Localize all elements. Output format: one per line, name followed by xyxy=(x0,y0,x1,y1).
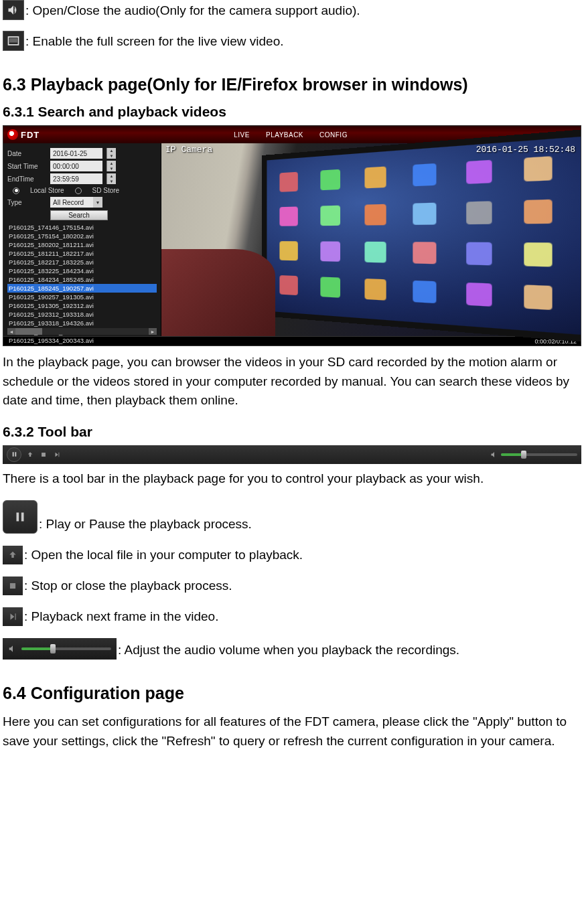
section-6-3-title: 6.3 Playback page(Only for IE/Firefox br… xyxy=(3,75,581,94)
stop-button[interactable] xyxy=(39,450,48,459)
date-spinner[interactable]: ▲▼ xyxy=(106,148,116,159)
end-time-input[interactable]: 23:59:59 xyxy=(50,173,102,184)
audio-icon xyxy=(3,0,24,20)
horizontal-scrollbar[interactable]: ◄ ► xyxy=(7,328,157,335)
file-item[interactable]: P160125_193318_194326.avi xyxy=(7,319,157,327)
section-6-4-body: Here you can set configurations for all … xyxy=(3,712,581,751)
type-value: All Record xyxy=(53,199,84,206)
file-item[interactable]: P160125_184234_185245.avi xyxy=(7,275,157,284)
next-frame-button[interactable] xyxy=(52,450,62,459)
volume-slider[interactable] xyxy=(490,449,577,460)
section-6-3-1-body: In the playback page, you can browser th… xyxy=(3,353,581,410)
file-item[interactable]: P160125_195334_200343.avi xyxy=(7,336,157,345)
file-item[interactable]: P160125_181211_182217.avi xyxy=(7,249,157,258)
toolbar-screenshot xyxy=(3,445,581,464)
end-time-label: EndTime xyxy=(7,175,46,183)
file-item[interactable]: P160125_175154_180202.avi xyxy=(7,232,157,240)
svg-rect-3 xyxy=(10,583,15,589)
file-item[interactable]: P160125_182217_183225.avi xyxy=(7,258,157,266)
date-input[interactable]: 2016-01-25 xyxy=(50,148,102,159)
section-6-4-title: 6.4 Configuration page xyxy=(3,684,581,703)
scroll-left-icon[interactable]: ◄ xyxy=(7,328,15,335)
start-time-label: Start Time xyxy=(7,163,46,170)
scroll-thumb[interactable] xyxy=(15,328,42,335)
fullscreen-icon xyxy=(3,31,24,51)
type-dropdown[interactable]: All Record ▼ xyxy=(50,197,102,208)
file-item[interactable]: P160125_185245_190257.avi xyxy=(7,284,157,293)
section-6-3-2-title: 6.3.2 Tool bar xyxy=(3,424,581,440)
stop-description: : Stop or close the playback process. xyxy=(24,577,232,595)
file-item[interactable]: P160125_191305_192312.avi xyxy=(7,301,157,310)
next-frame-description: : Playback next frame in the video. xyxy=(24,608,218,626)
file-item[interactable]: P160125_183225_184234.avi xyxy=(7,266,157,275)
search-sidebar: Date 2016-01-25 ▲▼ Start Time 00:00:00 ▲… xyxy=(3,143,161,336)
file-item[interactable]: P160125_192312_193318.avi xyxy=(7,310,157,319)
local-store-radio[interactable] xyxy=(13,187,19,194)
play-pause-icon xyxy=(3,500,38,534)
brand-logo: FDT xyxy=(3,129,40,140)
end-time-spinner[interactable]: ▲▼ xyxy=(106,173,116,184)
ip-camera-label: IP Camera xyxy=(165,145,212,155)
local-store-label: Local Store xyxy=(30,187,64,194)
svg-rect-2 xyxy=(42,453,46,457)
section-6-3-1-title: 6.3.1 Search and playback videos xyxy=(3,104,581,120)
brand-text: FDT xyxy=(21,130,40,140)
open-file-button[interactable] xyxy=(25,450,35,459)
svg-rect-0 xyxy=(9,38,17,43)
sd-store-label: SD Store xyxy=(92,187,120,194)
open-file-icon xyxy=(3,546,23,564)
scene-monitor xyxy=(262,125,581,346)
file-item[interactable]: P160125_180202_181211.avi xyxy=(7,240,157,249)
tab-config[interactable]: CONFIG xyxy=(319,131,348,139)
next-frame-icon xyxy=(3,607,23,626)
tab-playback[interactable]: PLAYBACK xyxy=(266,131,303,139)
open-file-description: : Open the local file in your computer t… xyxy=(24,546,303,564)
timestamp-overlay: 2016-01-25 18:52:48 xyxy=(476,145,575,155)
date-label: Date xyxy=(7,150,46,157)
playback-toolbar xyxy=(3,345,581,346)
volume-slider-icon xyxy=(3,638,117,660)
logo-icon xyxy=(7,129,18,140)
start-time-input[interactable]: 00:00:00 xyxy=(50,161,102,171)
playback-app-screenshot: FDT LIVE PLAYBACK CONFIG Date 2016-01-25… xyxy=(3,125,581,346)
fullscreen-description: : Enable the full screen for the live vi… xyxy=(25,33,283,51)
section-6-3-2-intro: There is a tool bar in the playback page… xyxy=(3,469,581,489)
file-item[interactable]: P160125_174146_175154.avi xyxy=(7,223,157,232)
type-label: Type xyxy=(7,199,46,206)
scene-person xyxy=(161,249,275,336)
start-time-spinner[interactable]: ▲▼ xyxy=(106,161,116,171)
chevron-down-icon: ▼ xyxy=(93,197,102,208)
search-button[interactable]: Search xyxy=(50,210,108,220)
play-pause-button[interactable] xyxy=(7,447,21,462)
video-viewport: IP Camera 2016-01-25 18:52:48 xyxy=(161,143,581,336)
volume-description: : Adjust the audio volume when you playb… xyxy=(118,641,459,660)
scroll-right-icon[interactable]: ► xyxy=(149,328,157,335)
file-item[interactable]: P160125_190257_191305.avi xyxy=(7,293,157,301)
audio-description: : Open/Close the audio(Only for the came… xyxy=(25,2,360,20)
play-pause-description: : Play or Pause the playback process. xyxy=(39,516,252,534)
tab-live[interactable]: LIVE xyxy=(234,131,250,139)
stop-icon xyxy=(3,576,23,595)
sd-store-radio[interactable] xyxy=(75,187,82,194)
